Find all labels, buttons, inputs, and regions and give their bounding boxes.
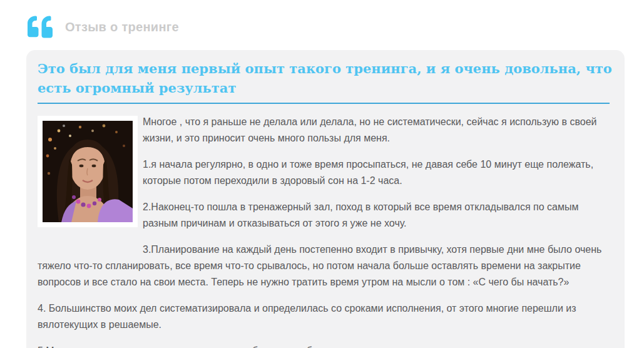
testimonial-paragraph: 4. Большинство моих дел систематизировал… [38,300,612,333]
testimonial-paragraph: 3.Планирование на каждый день постепенно… [38,242,612,290]
heading-underline [38,103,610,104]
testimonial-body: Многое , что я раньше не делала или дела… [38,114,612,348]
testimonial-paragraph: 5.Минимизировала прерывания, и появилось… [38,343,612,348]
testimonial-card: Это был для меня первый опыт такого трен… [26,50,625,348]
page: Отзыв о тренинге Это был для меня первый… [0,0,644,348]
testimonial-heading: Это был для меня первый опыт такого трен… [38,59,612,98]
photo-frame [38,116,138,227]
quote-icon [25,14,55,39]
portrait-photo [43,121,133,222]
section-header: Отзыв о тренинге [25,14,644,40]
section-title: Отзыв о тренинге [65,20,179,34]
